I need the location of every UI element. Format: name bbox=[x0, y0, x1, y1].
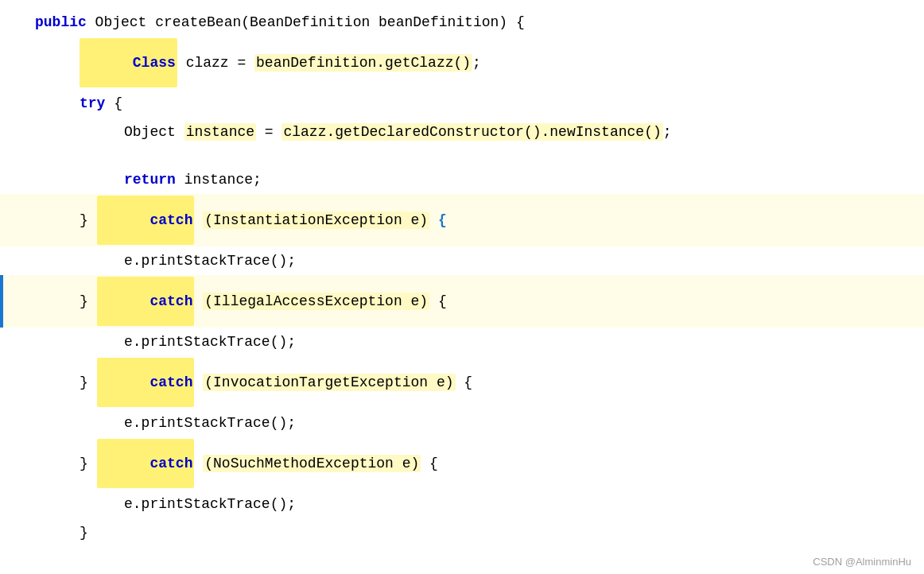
keyword-catch-1: catch bbox=[149, 212, 192, 228]
code-text: e.printStackTrace(); bbox=[124, 415, 296, 431]
code-line-5: return instance; bbox=[0, 165, 924, 194]
highlight-getdeclared: clazz.getDeclaredConstructor().newInstan… bbox=[281, 123, 662, 141]
highlight-catch1: catch bbox=[97, 196, 195, 245]
keyword-catch-2: catch bbox=[149, 293, 192, 309]
keyword-return: return bbox=[124, 172, 176, 188]
code-text: instance; bbox=[176, 172, 262, 188]
code-text: e.printStackTrace(); bbox=[124, 253, 296, 269]
highlight-exception1: (InstantiationException e) bbox=[203, 211, 429, 229]
highlight-catch3: catch bbox=[97, 358, 195, 407]
code-line-2: Class clazz = beanDefinition.getClazz() … bbox=[0, 37, 924, 89]
code-line-12: } catch (NoSuchMethodException e) { bbox=[0, 437, 924, 490]
code-text: { bbox=[105, 95, 122, 111]
code-text: ; bbox=[472, 55, 481, 71]
code-text: } bbox=[80, 212, 97, 228]
code-line-6: } catch (InstantiationException e) { bbox=[0, 194, 924, 246]
code-text: { bbox=[429, 293, 447, 309]
code-line-9: e.printStackTrace(); bbox=[0, 328, 924, 356]
code-text: } bbox=[80, 374, 97, 390]
code-container: public Object createBean(BeanDefinition … bbox=[0, 0, 924, 574]
highlight-catch4: catch bbox=[97, 439, 195, 488]
code-text: } bbox=[80, 293, 97, 309]
code-line-1: public Object createBean(BeanDefinition … bbox=[0, 8, 924, 37]
highlight-catch2: catch bbox=[97, 277, 195, 326]
code-line-3: try { bbox=[0, 89, 924, 118]
code-text: Object createBean(BeanDefinition beanDef… bbox=[87, 14, 525, 30]
code-text bbox=[194, 293, 203, 309]
code-line-14: } bbox=[0, 518, 924, 547]
keyword-try: try bbox=[80, 95, 105, 111]
code-text: ; bbox=[663, 124, 672, 140]
keyword-public: public bbox=[35, 14, 87, 30]
code-text: { bbox=[456, 374, 473, 390]
code-text: = bbox=[256, 124, 281, 140]
code-line-7: e.printStackTrace(); bbox=[0, 246, 924, 275]
code-line-11: e.printStackTrace(); bbox=[0, 409, 924, 437]
code-text: Object bbox=[124, 124, 184, 140]
code-line-15: return null; bbox=[0, 566, 924, 574]
code-line-10: } catch (InvocationTargetException e) { bbox=[0, 356, 924, 409]
code-text bbox=[429, 212, 438, 228]
code-text bbox=[194, 212, 203, 228]
watermark: CSDN @AlminminHu bbox=[813, 556, 911, 568]
left-border-indicator bbox=[0, 275, 3, 328]
code-text: { bbox=[421, 456, 438, 471]
code-text: } bbox=[80, 525, 88, 541]
code-line-empty2 bbox=[0, 547, 924, 566]
code-text bbox=[194, 374, 203, 390]
keyword-catch-3: catch bbox=[149, 374, 192, 390]
highlight-exception3: (InvocationTargetException e) bbox=[203, 374, 455, 391]
code-line-8: } catch (IllegalAccessException e) { bbox=[0, 275, 924, 328]
code-text bbox=[194, 456, 203, 471]
code-text: e.printStackTrace(); bbox=[124, 334, 296, 350]
keyword-catch-4: catch bbox=[149, 456, 192, 471]
highlight-getclazz: beanDefinition.getClazz() bbox=[254, 54, 472, 72]
code-text: clazz = bbox=[177, 55, 254, 71]
code-line-empty1 bbox=[0, 146, 924, 165]
code-line-13: e.printStackTrace(); bbox=[0, 490, 924, 518]
highlight-exception2: (IllegalAccessException e) bbox=[203, 293, 429, 310]
code-line-4: Object instance = clazz.getDeclaredConst… bbox=[0, 118, 924, 146]
highlight-exception4: (NoSuchMethodException e) bbox=[203, 455, 421, 472]
highlight-class: Class bbox=[80, 38, 177, 87]
highlight-instance: instance bbox=[184, 123, 256, 141]
keyword-class: Class bbox=[133, 55, 176, 71]
code-text: } bbox=[80, 456, 97, 471]
brace-open-1: { bbox=[438, 212, 447, 228]
code-text: e.printStackTrace(); bbox=[124, 496, 296, 512]
